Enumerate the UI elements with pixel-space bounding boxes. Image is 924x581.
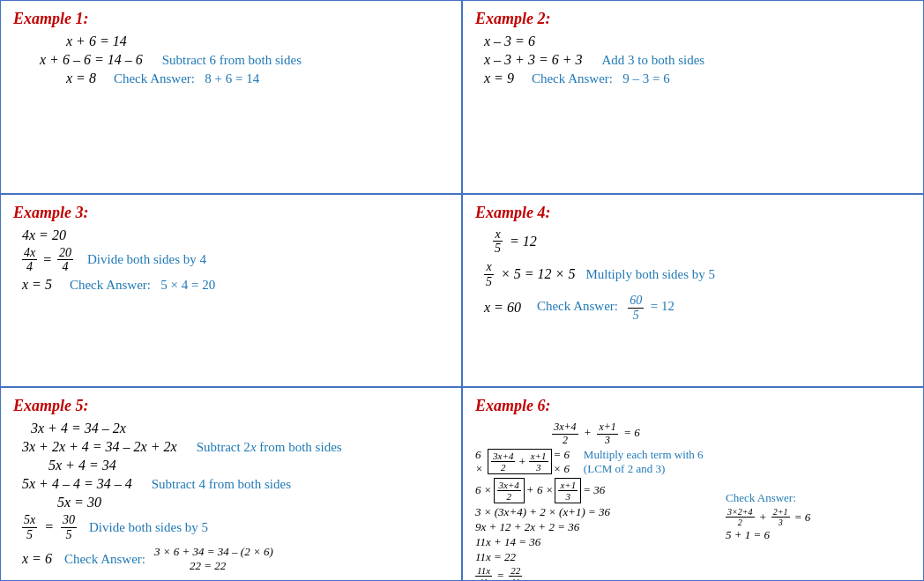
example6-cell: Example 6: 3x+42 + x+13 = 6 6 × 3x+42 + … bbox=[462, 387, 924, 581]
ex2-line2: x – 3 + 3 = 6 + 3 Add 3 to both sides bbox=[484, 52, 911, 68]
ex5-line2: 3x + 2x + 4 = 34 – 2x + 2x Subtract 2x f… bbox=[22, 439, 449, 455]
ex5-note1: Subtract 2x from both sides bbox=[197, 440, 342, 454]
example5-cell: Example 5: 3x + 4 = 34 – 2x 3x + 2x + 4 … bbox=[0, 387, 462, 581]
example2-cell: Example 2: x – 3 = 6 x – 3 + 3 = 6 + 3 A… bbox=[462, 0, 924, 194]
ex6-line4: 3 × (3x+4) + 2 × (x+1) = 36 bbox=[475, 505, 717, 519]
ex6-check-math1: 3×2+42 + 2+13 = 6 bbox=[726, 507, 911, 527]
ex6-steps: 3x+42 + x+13 = 6 6 × 3x+42 + x+13 = 6 × … bbox=[475, 421, 717, 581]
ex3-note1: Divide both sides by 4 bbox=[87, 252, 206, 267]
ex5-note3: Divide both sides by 5 bbox=[89, 520, 208, 535]
ex4-note1: Multiply both sides by 5 bbox=[585, 267, 715, 282]
ex1-line3: x = 8 Check Answer: 8 + 6 = 14 bbox=[66, 71, 449, 86]
ex1-line1: x + 6 = 14 bbox=[66, 34, 449, 49]
ex2-line3: x = 9 Check Answer: 9 – 3 = 6 bbox=[484, 71, 911, 86]
ex5-line7: x = 6 Check Answer: 3 × 6 + 34 = 34 – (2… bbox=[22, 545, 449, 573]
example4-title: Example 4: bbox=[475, 204, 911, 222]
example3-title: Example 3: bbox=[13, 204, 449, 222]
ex1-note1: Subtract 6 from both sides bbox=[162, 53, 302, 67]
example5-title: Example 5: bbox=[13, 397, 449, 415]
ex6-line2: 6 × 3x+42 + x+13 = 6 × 6 Multiply each t… bbox=[475, 448, 717, 476]
ex2-note1: Add 3 to both sides bbox=[602, 53, 705, 67]
example6-title: Example 6: bbox=[475, 397, 911, 415]
example1-title: Example 1: bbox=[13, 10, 449, 28]
ex4-check: Check Answer: 605 = 12 bbox=[537, 294, 674, 322]
ex6-line1: 3x+42 + x+13 = 6 bbox=[475, 421, 717, 445]
ex4-line1: x5 = 12 bbox=[493, 227, 911, 256]
ex3-line2: 4x4 = 204 Divide both sides by 4 bbox=[22, 246, 449, 274]
ex5-line1: 3x + 4 = 34 – 2x bbox=[31, 421, 449, 436]
ex6-note1: Multiply each term with 6 (LCM of 2 and … bbox=[584, 448, 717, 476]
example2-title: Example 2: bbox=[475, 10, 911, 28]
ex6-line8: 11x11 = 2211 bbox=[475, 565, 717, 581]
example4-cell: Example 4: x5 = 12 x5 × 5 = 12 × 5 Multi… bbox=[462, 194, 924, 388]
ex5-line6: 5x5 = 305 Divide both sides by 5 bbox=[22, 513, 449, 541]
ex5-line5: 5x = 30 bbox=[57, 495, 449, 510]
ex4-line2: x5 × 5 = 12 × 5 Multiply both sides by 5 bbox=[484, 260, 911, 288]
ex6-line3: 6 × 3x+42 + 6 × x+13 = 36 bbox=[475, 478, 717, 503]
ex5-note2: Subtract 4 from both sides bbox=[152, 477, 291, 491]
main-grid: Example 1: x + 6 = 14 x + 6 – 6 = 14 – 6… bbox=[0, 0, 924, 581]
example3-cell: Example 3: 4x = 20 4x4 = 204 Divide both… bbox=[0, 194, 462, 388]
ex5-check: Check Answer: bbox=[64, 552, 145, 567]
ex3-line1: 4x = 20 bbox=[22, 227, 449, 243]
ex3-line3: x = 5 Check Answer: 5 × 4 = 20 bbox=[22, 277, 449, 293]
ex3-check: Check Answer: 5 × 4 = 20 bbox=[70, 278, 215, 292]
ex5-line4: 5x + 4 – 4 = 34 – 4 Subtract 4 from both… bbox=[22, 476, 449, 492]
ex2-check: Check Answer: 9 – 3 = 6 bbox=[532, 71, 670, 86]
ex1-line2: x + 6 – 6 = 14 – 6 Subtract 6 from both … bbox=[40, 52, 449, 68]
ex6-check-block: Check Answer: 3×2+42 + 2+13 = 6 5 + 1 = … bbox=[726, 421, 911, 543]
ex6-check-label: Check Answer: bbox=[726, 491, 911, 505]
ex2-line1: x – 3 = 6 bbox=[484, 34, 911, 49]
example1-cell: Example 1: x + 6 = 14 x + 6 – 6 = 14 – 6… bbox=[0, 0, 462, 194]
ex6-line6: 11x + 14 = 36 bbox=[475, 535, 717, 549]
ex6-check-math2: 5 + 1 = 6 bbox=[726, 528, 911, 542]
ex4-line3: x = 60 Check Answer: 605 = 12 bbox=[484, 294, 911, 322]
ex5-line3: 5x + 4 = 34 bbox=[48, 458, 449, 473]
ex6-line5: 9x + 12 + 2x + 2 = 36 bbox=[475, 520, 717, 534]
ex1-check: Check Answer: 8 + 6 = 14 bbox=[114, 71, 259, 86]
ex6-line7: 11x = 22 bbox=[475, 550, 717, 564]
